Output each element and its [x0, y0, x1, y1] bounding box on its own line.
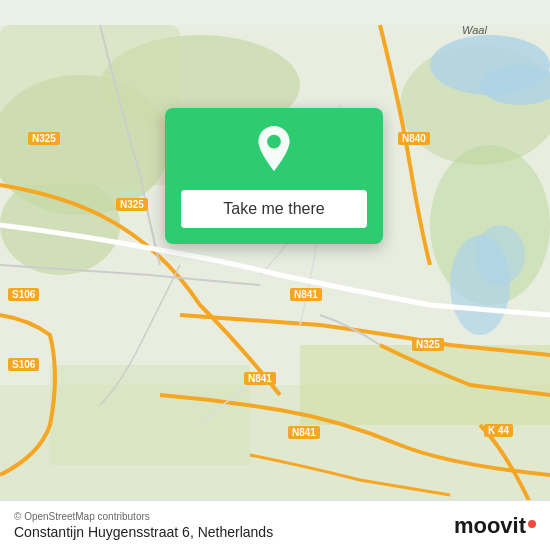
road-label-n325-mid: N325	[116, 198, 148, 211]
svg-rect-4	[0, 25, 180, 185]
bottom-bar: © OpenStreetMap contributors Constantijn…	[0, 500, 550, 550]
address-text: Constantijn Huygensstraat 6, Netherlands	[14, 524, 273, 540]
road-label-n840: N840	[398, 132, 430, 145]
attribution-text: © OpenStreetMap contributors	[14, 511, 273, 522]
moovit-logo-text: moovit	[454, 513, 526, 539]
bottom-bar-info: © OpenStreetMap contributors Constantijn…	[14, 511, 273, 540]
popup-card: Take me there	[165, 108, 383, 244]
take-me-there-button[interactable]: Take me there	[181, 190, 367, 228]
moovit-logo: moovit	[454, 513, 536, 539]
road-label-n841-bot2: N841	[288, 426, 320, 439]
svg-rect-13	[300, 345, 550, 425]
road-label-k44: K 44	[484, 424, 513, 437]
svg-point-10	[475, 225, 525, 285]
road-label-n325-right: N325	[412, 338, 444, 351]
road-label-n325-top: N325	[28, 132, 60, 145]
svg-point-14	[267, 135, 281, 149]
waal-label: Waal	[462, 24, 487, 36]
location-pin-icon	[248, 126, 300, 178]
moovit-logo-dot	[528, 520, 536, 528]
svg-rect-12	[50, 365, 250, 465]
road-label-n841-bot1: N841	[244, 372, 276, 385]
road-label-s106-bot: S106	[8, 358, 39, 371]
road-label-n841-mid: N841	[290, 288, 322, 301]
map-container: N325 N325 N325 N840 N841 N841 N841 S106 …	[0, 0, 550, 550]
map-background	[0, 0, 550, 550]
road-label-s106-top: S106	[8, 288, 39, 301]
